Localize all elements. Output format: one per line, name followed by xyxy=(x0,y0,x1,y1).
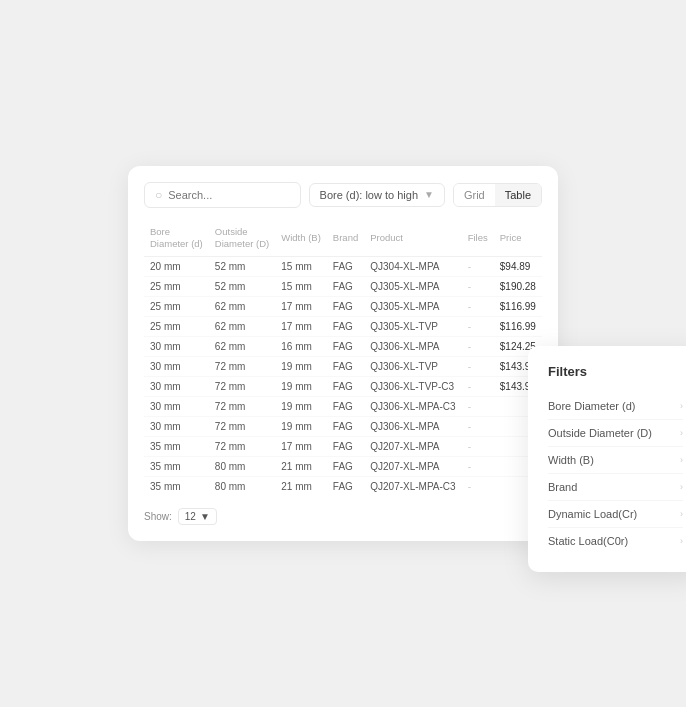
table-row: 35 mm72 mm17 mmFAGQJ207-XL-MPA- xyxy=(144,437,542,457)
table-cell: FAG xyxy=(327,397,364,417)
table-cell: QJ304-XL-MPA xyxy=(364,257,461,277)
chevron-right-icon: › xyxy=(680,482,683,492)
chevron-down-icon: ▼ xyxy=(424,189,434,200)
table-cell: FAG xyxy=(327,377,364,397)
table-cell: 25 mm xyxy=(144,317,209,337)
col-width: Width (B) xyxy=(275,222,327,257)
table-cell: 72 mm xyxy=(209,437,275,457)
table-cell: 21 mm xyxy=(275,477,327,497)
table-cell: FAG xyxy=(327,477,364,497)
search-box[interactable]: ○ xyxy=(144,182,301,208)
table-cell: 80 mm xyxy=(209,477,275,497)
table-cell: FAG xyxy=(327,317,364,337)
table-cell: QJ207-XL-MPA-C3 xyxy=(364,477,461,497)
table-cell: 72 mm xyxy=(209,377,275,397)
search-input[interactable] xyxy=(168,189,289,201)
table-cell: - xyxy=(462,297,494,317)
table-cell: 19 mm xyxy=(275,377,327,397)
filter-label: Bore Diameter (d) xyxy=(548,400,635,412)
col-price: Price xyxy=(494,222,542,257)
table-cell: 35 mm xyxy=(144,477,209,497)
filter-item[interactable]: Brand› xyxy=(548,474,683,501)
table-header-row: BoreDiameter (d) OutsideDiameter (D) Wid… xyxy=(144,222,542,257)
table-cell: QJ207-XL-MPA xyxy=(364,437,461,457)
filter-label: Dynamic Load(Cr) xyxy=(548,508,637,520)
table-cell: 62 mm xyxy=(209,317,275,337)
table-cell: 25 mm xyxy=(144,297,209,317)
table-cell: - xyxy=(462,477,494,497)
show-value: 12 xyxy=(185,511,196,522)
table-cell: 30 mm xyxy=(144,417,209,437)
table-cell: FAG xyxy=(327,357,364,377)
table-row: 20 mm52 mm15 mmFAGQJ304-XL-MPA-$94.89 xyxy=(144,257,542,277)
table-cell: 19 mm xyxy=(275,417,327,437)
grid-view-button[interactable]: Grid xyxy=(454,184,495,206)
table-cell: $94.89 xyxy=(494,257,542,277)
table-cell: 52 mm xyxy=(209,257,275,277)
table-cell: - xyxy=(462,337,494,357)
chevron-down-icon: ▼ xyxy=(200,511,210,522)
table-row: 35 mm80 mm21 mmFAGQJ207-XL-MPA- xyxy=(144,457,542,477)
filter-item[interactable]: Static Load(C0r)› xyxy=(548,528,683,554)
table-cell: 19 mm xyxy=(275,397,327,417)
table-cell: QJ306-XL-MPA xyxy=(364,337,461,357)
table-row: 25 mm62 mm17 mmFAGQJ305-XL-MPA-$116.99 xyxy=(144,297,542,317)
table-row: 30 mm72 mm19 mmFAGQJ306-XL-TVP-C3-$143.9… xyxy=(144,377,542,397)
table-cell: QJ305-XL-MPA xyxy=(364,277,461,297)
filters-title: Filters xyxy=(548,364,683,379)
filter-item[interactable]: Dynamic Load(Cr)› xyxy=(548,501,683,528)
filter-item[interactable]: Bore Diameter (d)› xyxy=(548,393,683,420)
table-row: 25 mm62 mm17 mmFAGQJ305-XL-TVP-$116.99 xyxy=(144,317,542,337)
table-cell: 17 mm xyxy=(275,437,327,457)
filter-label: Width (B) xyxy=(548,454,594,466)
toolbar: ○ Bore (d): low to high ▼ Grid Table xyxy=(144,182,542,208)
table-cell: FAG xyxy=(327,437,364,457)
table-cell: QJ305-XL-TVP xyxy=(364,317,461,337)
table-cell: - xyxy=(462,417,494,437)
table-cell: QJ306-XL-MPA xyxy=(364,417,461,437)
table-cell: - xyxy=(462,277,494,297)
table-cell: 30 mm xyxy=(144,337,209,357)
table-cell: 30 mm xyxy=(144,377,209,397)
table-cell: QJ207-XL-MPA xyxy=(364,457,461,477)
table-cell: 35 mm xyxy=(144,437,209,457)
table-cell: 72 mm xyxy=(209,357,275,377)
table-cell: QJ305-XL-MPA xyxy=(364,297,461,317)
chevron-right-icon: › xyxy=(680,428,683,438)
table-view-button[interactable]: Table xyxy=(495,184,541,206)
view-toggle: Grid Table xyxy=(453,183,542,207)
table-cell: QJ306-XL-TVP xyxy=(364,357,461,377)
table-cell: - xyxy=(462,257,494,277)
table-cell: FAG xyxy=(327,457,364,477)
col-product: Product xyxy=(364,222,461,257)
show-select[interactable]: 12 ▼ xyxy=(178,508,217,525)
chevron-right-icon: › xyxy=(680,509,683,519)
table-cell: FAG xyxy=(327,257,364,277)
table-cell: FAG xyxy=(327,417,364,437)
table-cell: $116.99 xyxy=(494,297,542,317)
table-cell: $190.28 xyxy=(494,277,542,297)
col-bore: BoreDiameter (d) xyxy=(144,222,209,257)
sort-dropdown[interactable]: Bore (d): low to high ▼ xyxy=(309,183,445,207)
filter-label: Outside Diameter (D) xyxy=(548,427,652,439)
table-cell: 16 mm xyxy=(275,337,327,357)
filter-item[interactable]: Outside Diameter (D)› xyxy=(548,420,683,447)
filters-panel: Filters Bore Diameter (d)›Outside Diamet… xyxy=(528,346,686,572)
table-cell: 21 mm xyxy=(275,457,327,477)
table-cell: 72 mm xyxy=(209,417,275,437)
chevron-right-icon: › xyxy=(680,455,683,465)
products-table: BoreDiameter (d) OutsideDiameter (D) Wid… xyxy=(144,222,542,497)
chevron-right-icon: › xyxy=(680,536,683,546)
table-cell: - xyxy=(462,437,494,457)
col-outside: OutsideDiameter (D) xyxy=(209,222,275,257)
main-panel: ○ Bore (d): low to high ▼ Grid Table Bor… xyxy=(128,166,558,542)
chevron-right-icon: › xyxy=(680,401,683,411)
search-icon: ○ xyxy=(155,188,162,202)
filter-item[interactable]: Width (B)› xyxy=(548,447,683,474)
table-row: 30 mm72 mm19 mmFAGQJ306-XL-MPA- xyxy=(144,417,542,437)
table-cell: 19 mm xyxy=(275,357,327,377)
table-cell: - xyxy=(462,457,494,477)
col-brand: Brand xyxy=(327,222,364,257)
table-cell: QJ306-XL-MPA-C3 xyxy=(364,397,461,417)
table-cell: FAG xyxy=(327,277,364,297)
